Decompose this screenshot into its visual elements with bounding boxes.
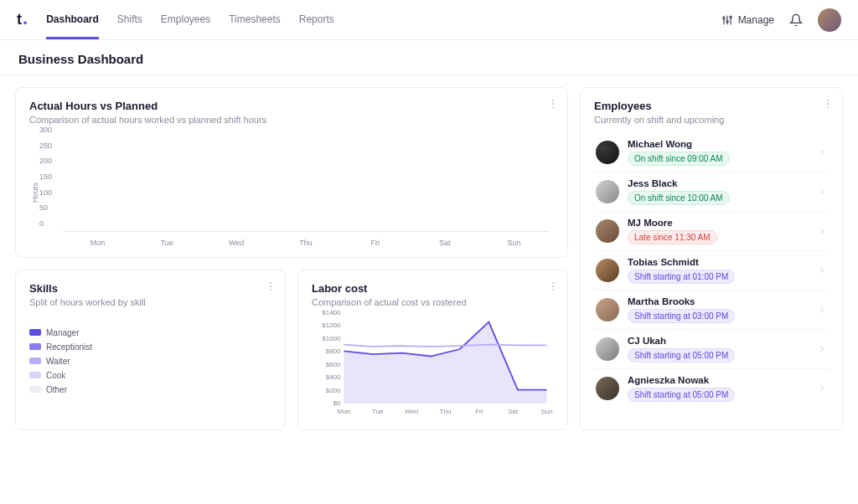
y-tick: 100 bbox=[39, 188, 52, 197]
hours-card-title: Actual Hours vs Planned bbox=[29, 100, 554, 112]
x-label: Fri bbox=[349, 239, 402, 247]
user-avatar[interactable] bbox=[818, 8, 841, 32]
employee-name: MJ Moore bbox=[628, 218, 809, 228]
hours-y-ticks: 050100150200250300 bbox=[39, 138, 61, 232]
labor-card-title: Labor cost bbox=[312, 282, 554, 295]
employee-row[interactable]: CJ UkahShift starting at 05:00 PM bbox=[594, 329, 829, 368]
sliders-icon bbox=[721, 14, 733, 26]
legend-swatch bbox=[29, 329, 41, 336]
hours-ylabel: Hours bbox=[29, 183, 39, 203]
y-tick: $1200 bbox=[322, 321, 341, 329]
employee-info: MJ MooreLate since 11:30 AM bbox=[628, 218, 809, 244]
hours-plot bbox=[63, 138, 549, 232]
employee-row[interactable]: MJ MooreLate since 11:30 AM bbox=[594, 211, 829, 250]
more-icon[interactable] bbox=[547, 98, 559, 110]
status-badge: Shift starting at 05:00 PM bbox=[628, 388, 735, 402]
employee-info: Agnieszka NowakShift starting at 05:00 P… bbox=[628, 375, 809, 402]
employee-avatar bbox=[596, 337, 619, 361]
logo-dot-icon: . bbox=[23, 14, 28, 23]
hours-bar-groups bbox=[63, 138, 549, 231]
x-label: Thu bbox=[440, 408, 452, 415]
employee-info: Tobias SchmidtShift starting at 01:00 PM bbox=[628, 257, 809, 284]
x-label: Sun bbox=[488, 239, 541, 247]
y-tick: 150 bbox=[39, 172, 52, 181]
skills-card-title: Skills bbox=[29, 282, 271, 295]
nav-tabs: Dashboard Shifts Employees Timesheets Re… bbox=[46, 0, 334, 39]
tab-timesheets[interactable]: Timesheets bbox=[229, 0, 281, 39]
y-tick: 200 bbox=[39, 157, 52, 165]
hours-card-subtitle: Comparison of actual hours worked vs pla… bbox=[29, 115, 554, 125]
chevron-right-icon bbox=[817, 187, 827, 197]
skills-card: Skills Split of hours worked by skill Ma… bbox=[15, 270, 286, 430]
chevron-right-icon bbox=[817, 265, 827, 275]
employees-card: Employees Currently on shift and upcomin… bbox=[580, 87, 843, 430]
y-tick: 300 bbox=[39, 126, 52, 134]
employee-info: CJ UkahShift starting at 05:00 PM bbox=[628, 336, 809, 363]
skills-card-subtitle: Split of hours worked by skill bbox=[29, 297, 271, 307]
bell-icon[interactable] bbox=[789, 13, 803, 27]
employee-row[interactable]: Tobias SchmidtShift starting at 01:00 PM bbox=[594, 250, 829, 290]
tab-reports[interactable]: Reports bbox=[299, 0, 334, 39]
employee-name: Michael Wong bbox=[628, 139, 809, 149]
svg-point-10 bbox=[270, 285, 271, 287]
page-title: Business Dashboard bbox=[18, 52, 840, 66]
labor-card-subtitle: Comparison of actual cost vs rostered bbox=[312, 297, 554, 307]
legend-label: Other bbox=[46, 385, 67, 394]
svg-point-9 bbox=[270, 282, 271, 284]
tab-dashboard[interactable]: Dashboard bbox=[46, 0, 99, 39]
legend-swatch bbox=[29, 343, 41, 350]
x-label: Thu bbox=[279, 239, 333, 247]
y-tick: 250 bbox=[39, 141, 52, 150]
y-tick: $1400 bbox=[322, 309, 341, 316]
y-tick: 50 bbox=[39, 203, 48, 212]
manage-label: Manage bbox=[738, 14, 774, 26]
skills-donut-chart bbox=[104, 319, 188, 403]
x-label: Sat bbox=[418, 239, 472, 247]
x-label: Wed bbox=[209, 239, 263, 247]
status-badge: On shift since 10:00 AM bbox=[628, 191, 730, 205]
legend-item: Receptionist bbox=[29, 342, 92, 352]
hours-x-labels: MonTueWedThuFriSatSun bbox=[63, 239, 549, 247]
status-badge: Late since 11:30 AM bbox=[628, 230, 717, 244]
legend-item: Other bbox=[29, 385, 92, 394]
svg-point-3 bbox=[726, 20, 727, 22]
skills-body: ManagerReceptionistWaiterCookOther bbox=[29, 319, 271, 403]
svg-point-11 bbox=[270, 289, 271, 291]
employee-row[interactable]: Jess BlackOn shift since 10:00 AM bbox=[594, 172, 829, 211]
left-column: Actual Hours vs Planned Comparison of ac… bbox=[15, 87, 568, 430]
x-label: Tue bbox=[140, 239, 194, 247]
svg-point-14 bbox=[552, 289, 554, 291]
labor-area bbox=[344, 322, 547, 403]
employee-name: Jess Black bbox=[628, 178, 809, 188]
y-tick: $600 bbox=[326, 361, 341, 368]
more-icon[interactable] bbox=[265, 280, 277, 292]
svg-point-15 bbox=[827, 100, 829, 101]
svg-point-13 bbox=[552, 285, 554, 287]
employee-row[interactable]: Martha BrooksShift starting at 03:00 PM bbox=[594, 290, 829, 329]
logo-letter: t bbox=[17, 11, 22, 28]
manage-button[interactable]: Manage bbox=[721, 14, 774, 26]
employee-info: Michael WongOn shift since 09:00 AM bbox=[628, 139, 809, 166]
more-icon[interactable] bbox=[547, 280, 559, 292]
svg-point-8 bbox=[552, 106, 554, 108]
x-label: Fri bbox=[475, 408, 483, 415]
svg-point-1 bbox=[722, 17, 724, 18]
employees-card-subtitle: Currently on shift and upcoming bbox=[594, 115, 829, 125]
employee-row[interactable]: Agnieszka NowakShift starting at 05:00 P… bbox=[594, 368, 829, 408]
employees-card-title: Employees bbox=[594, 100, 829, 112]
status-badge: On shift since 09:00 AM bbox=[628, 152, 730, 166]
employee-row[interactable]: Michael WongOn shift since 09:00 AM bbox=[594, 133, 829, 172]
top-nav: t. Dashboard Shifts Employees Timesheets… bbox=[0, 0, 858, 40]
employee-avatar bbox=[596, 219, 619, 243]
employee-avatar bbox=[596, 298, 619, 321]
labor-card: Labor cost Comparison of actual cost vs … bbox=[297, 270, 568, 430]
hours-bar-chart: Hours 050100150200250300 MonTueWedThuFri… bbox=[29, 138, 554, 247]
x-label: Mon bbox=[71, 239, 125, 247]
tab-shifts[interactable]: Shifts bbox=[117, 0, 142, 39]
status-badge: Shift starting at 01:00 PM bbox=[628, 270, 735, 284]
logo: t. bbox=[17, 11, 28, 28]
employee-name: Agnieszka Nowak bbox=[628, 375, 809, 385]
more-icon[interactable] bbox=[822, 98, 834, 110]
bottom-row: Skills Split of hours worked by skill Ma… bbox=[15, 270, 568, 430]
tab-employees[interactable]: Employees bbox=[161, 0, 210, 39]
